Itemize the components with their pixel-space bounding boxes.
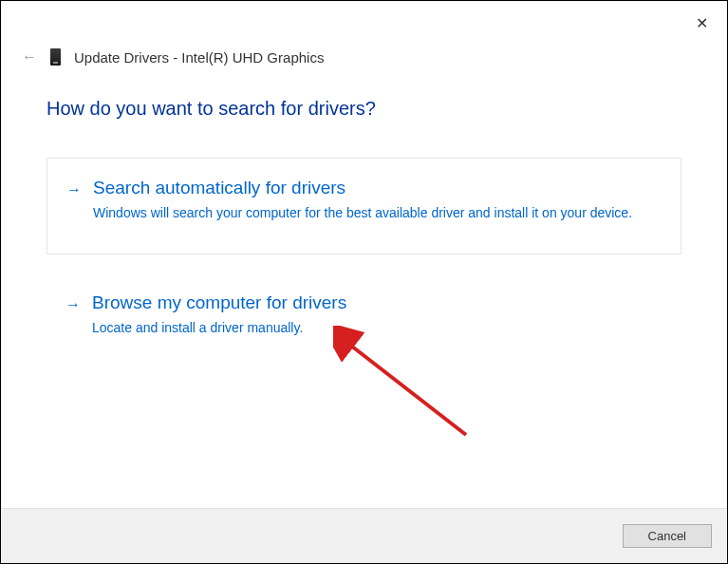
dialog-title: Update Drivers - Intel(R) UHD Graphics [74,49,324,66]
svg-line-1 [347,343,466,435]
main-heading: How do you want to search for drivers? [47,98,681,120]
dialog-footer: Cancel [1,508,727,563]
option-browse-computer[interactable]: → Browse my computer for drivers Locate … [47,281,681,357]
back-arrow-icon[interactable]: ← [22,48,37,66]
option-search-automatically[interactable]: → Search automatically for drivers Windo… [47,158,681,254]
option-title: Search automatically for drivers [93,178,662,198]
option-description: Windows will search your computer for th… [93,204,662,223]
cancel-button[interactable]: Cancel [623,524,712,548]
dialog-header: ← Update Drivers - Intel(R) UHD Graphics [1,1,727,66]
arrow-right-icon: → [65,296,81,313]
option-description: Locate and install a driver manually. [92,319,663,338]
dialog-content: How do you want to search for drivers? →… [1,66,727,356]
arrow-right-icon: → [66,181,82,198]
option-title: Browse my computer for drivers [92,292,663,313]
device-icon [50,48,61,66]
close-icon[interactable]: ✕ [696,14,708,32]
